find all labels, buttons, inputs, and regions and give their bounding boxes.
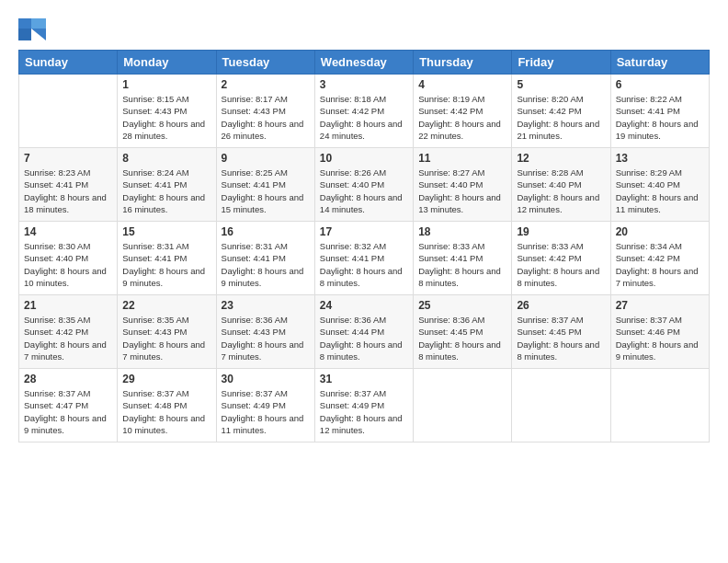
calendar-cell: 14Sunrise: 8:30 AM Sunset: 4:40 PM Dayli… xyxy=(19,222,118,295)
day-number: 28 xyxy=(24,373,112,385)
day-info: Sunrise: 8:37 AM Sunset: 4:45 PM Dayligh… xyxy=(517,314,605,362)
day-info: Sunrise: 8:35 AM Sunset: 4:42 PM Dayligh… xyxy=(24,314,112,362)
day-number: 10 xyxy=(320,152,408,165)
day-number: 14 xyxy=(24,225,112,238)
calendar-cell xyxy=(19,75,118,148)
day-info: Sunrise: 8:33 AM Sunset: 4:41 PM Dayligh… xyxy=(418,240,506,289)
calendar-cell: 9Sunrise: 8:25 AM Sunset: 4:41 PM Daylig… xyxy=(216,148,314,222)
calendar-cell: 17Sunrise: 8:32 AM Sunset: 4:41 PM Dayli… xyxy=(314,222,413,295)
calendar-cell: 24Sunrise: 8:36 AM Sunset: 4:44 PM Dayli… xyxy=(314,295,413,369)
svg-marker-2 xyxy=(31,29,46,40)
calendar-cell: 26Sunrise: 8:37 AM Sunset: 4:45 PM Dayli… xyxy=(512,295,610,369)
calendar-cell: 23Sunrise: 8:36 AM Sunset: 4:43 PM Dayli… xyxy=(216,295,314,369)
day-info: Sunrise: 8:32 AM Sunset: 4:41 PM Dayligh… xyxy=(320,240,408,289)
calendar-cell: 15Sunrise: 8:31 AM Sunset: 4:41 PM Dayli… xyxy=(118,222,216,295)
day-info: Sunrise: 8:31 AM Sunset: 4:41 PM Dayligh… xyxy=(122,240,210,289)
day-number: 20 xyxy=(616,225,704,238)
day-info: Sunrise: 8:17 AM Sunset: 4:43 PM Dayligh… xyxy=(222,93,310,142)
header-thursday: Thursday xyxy=(414,51,512,75)
calendar-cell: 19Sunrise: 8:33 AM Sunset: 4:42 PM Dayli… xyxy=(512,222,610,295)
calendar-cell: 28Sunrise: 8:37 AM Sunset: 4:47 PM Dayli… xyxy=(19,369,118,442)
calendar-week-row: 14Sunrise: 8:30 AM Sunset: 4:40 PM Dayli… xyxy=(19,222,710,295)
day-number: 5 xyxy=(517,78,605,91)
calendar-cell: 29Sunrise: 8:37 AM Sunset: 4:48 PM Dayli… xyxy=(118,369,216,442)
calendar-week-row: 7Sunrise: 8:23 AM Sunset: 4:41 PM Daylig… xyxy=(19,148,710,222)
day-number: 9 xyxy=(222,152,310,165)
day-number: 2 xyxy=(222,78,310,91)
day-info: Sunrise: 8:31 AM Sunset: 4:41 PM Dayligh… xyxy=(222,240,310,289)
day-number: 24 xyxy=(320,299,408,312)
day-info: Sunrise: 8:37 AM Sunset: 4:46 PM Dayligh… xyxy=(616,314,704,362)
day-info: Sunrise: 8:20 AM Sunset: 4:42 PM Dayligh… xyxy=(517,93,605,142)
day-info: Sunrise: 8:37 AM Sunset: 4:49 PM Dayligh… xyxy=(320,387,408,436)
calendar-cell: 1Sunrise: 8:15 AM Sunset: 4:43 PM Daylig… xyxy=(118,75,216,148)
day-info: Sunrise: 8:15 AM Sunset: 4:43 PM Dayligh… xyxy=(122,93,210,142)
day-number: 7 xyxy=(24,152,112,165)
day-number: 17 xyxy=(320,225,408,238)
day-info: Sunrise: 8:37 AM Sunset: 4:49 PM Dayligh… xyxy=(222,387,310,436)
day-number: 22 xyxy=(122,299,210,312)
calendar-cell: 5Sunrise: 8:20 AM Sunset: 4:42 PM Daylig… xyxy=(512,75,610,148)
day-info: Sunrise: 8:18 AM Sunset: 4:42 PM Dayligh… xyxy=(320,93,408,142)
calendar-cell: 21Sunrise: 8:35 AM Sunset: 4:42 PM Dayli… xyxy=(19,295,118,369)
day-number: 31 xyxy=(320,373,408,385)
day-info: Sunrise: 8:27 AM Sunset: 4:40 PM Dayligh… xyxy=(418,167,506,215)
day-number: 1 xyxy=(122,78,210,91)
day-info: Sunrise: 8:30 AM Sunset: 4:40 PM Dayligh… xyxy=(24,240,112,289)
calendar-week-row: 21Sunrise: 8:35 AM Sunset: 4:42 PM Dayli… xyxy=(19,295,710,369)
day-number: 27 xyxy=(616,299,704,312)
header-tuesday: Tuesday xyxy=(216,51,314,75)
day-number: 29 xyxy=(122,373,210,385)
logo xyxy=(18,18,49,40)
day-info: Sunrise: 8:29 AM Sunset: 4:40 PM Dayligh… xyxy=(616,167,704,215)
day-number: 23 xyxy=(222,299,310,312)
day-number: 16 xyxy=(222,225,310,238)
svg-rect-3 xyxy=(18,29,31,40)
calendar-cell: 10Sunrise: 8:26 AM Sunset: 4:40 PM Dayli… xyxy=(314,148,413,222)
header-sunday: Sunday xyxy=(19,51,118,75)
day-info: Sunrise: 8:37 AM Sunset: 4:47 PM Dayligh… xyxy=(24,387,112,436)
calendar-table: SundayMondayTuesdayWednesdayThursdayFrid… xyxy=(18,50,710,442)
day-info: Sunrise: 8:37 AM Sunset: 4:48 PM Dayligh… xyxy=(122,387,210,436)
day-info: Sunrise: 8:23 AM Sunset: 4:41 PM Dayligh… xyxy=(24,167,112,215)
day-number: 26 xyxy=(517,299,605,312)
day-number: 4 xyxy=(418,78,506,91)
calendar-cell xyxy=(414,369,512,442)
day-number: 25 xyxy=(418,299,506,312)
calendar-cell: 18Sunrise: 8:33 AM Sunset: 4:41 PM Dayli… xyxy=(414,222,512,295)
page-header xyxy=(18,14,710,40)
header-monday: Monday xyxy=(118,51,216,75)
calendar-cell: 13Sunrise: 8:29 AM Sunset: 4:40 PM Dayli… xyxy=(610,148,709,222)
calendar-week-row: 1Sunrise: 8:15 AM Sunset: 4:43 PM Daylig… xyxy=(19,75,710,148)
day-info: Sunrise: 8:34 AM Sunset: 4:42 PM Dayligh… xyxy=(616,240,704,289)
day-number: 12 xyxy=(517,152,605,165)
day-info: Sunrise: 8:25 AM Sunset: 4:41 PM Dayligh… xyxy=(222,167,310,215)
day-number: 15 xyxy=(122,225,210,238)
calendar-cell: 6Sunrise: 8:22 AM Sunset: 4:41 PM Daylig… xyxy=(610,75,709,148)
day-number: 30 xyxy=(222,373,310,385)
day-info: Sunrise: 8:33 AM Sunset: 4:42 PM Dayligh… xyxy=(517,240,605,289)
day-info: Sunrise: 8:19 AM Sunset: 4:42 PM Dayligh… xyxy=(418,93,506,142)
day-info: Sunrise: 8:36 AM Sunset: 4:45 PM Dayligh… xyxy=(418,314,506,362)
calendar-cell xyxy=(512,369,610,442)
calendar-header-row: SundayMondayTuesdayWednesdayThursdayFrid… xyxy=(19,51,710,75)
day-number: 8 xyxy=(122,152,210,165)
day-info: Sunrise: 8:36 AM Sunset: 4:44 PM Dayligh… xyxy=(320,314,408,362)
header-wednesday: Wednesday xyxy=(314,51,413,75)
logo-icon xyxy=(18,18,46,40)
calendar-cell: 2Sunrise: 8:17 AM Sunset: 4:43 PM Daylig… xyxy=(216,75,314,148)
calendar-cell: 12Sunrise: 8:28 AM Sunset: 4:40 PM Dayli… xyxy=(512,148,610,222)
day-info: Sunrise: 8:24 AM Sunset: 4:41 PM Dayligh… xyxy=(122,167,210,215)
calendar-cell: 8Sunrise: 8:24 AM Sunset: 4:41 PM Daylig… xyxy=(118,148,216,222)
day-number: 11 xyxy=(418,152,506,165)
calendar-cell: 20Sunrise: 8:34 AM Sunset: 4:42 PM Dayli… xyxy=(610,222,709,295)
calendar-cell: 3Sunrise: 8:18 AM Sunset: 4:42 PM Daylig… xyxy=(314,75,413,148)
day-number: 21 xyxy=(24,299,112,312)
header-saturday: Saturday xyxy=(610,51,709,75)
calendar-cell: 16Sunrise: 8:31 AM Sunset: 4:41 PM Dayli… xyxy=(216,222,314,295)
calendar-cell: 4Sunrise: 8:19 AM Sunset: 4:42 PM Daylig… xyxy=(414,75,512,148)
header-friday: Friday xyxy=(512,51,610,75)
day-info: Sunrise: 8:36 AM Sunset: 4:43 PM Dayligh… xyxy=(222,314,310,362)
day-number: 19 xyxy=(517,225,605,238)
calendar-cell xyxy=(610,369,709,442)
